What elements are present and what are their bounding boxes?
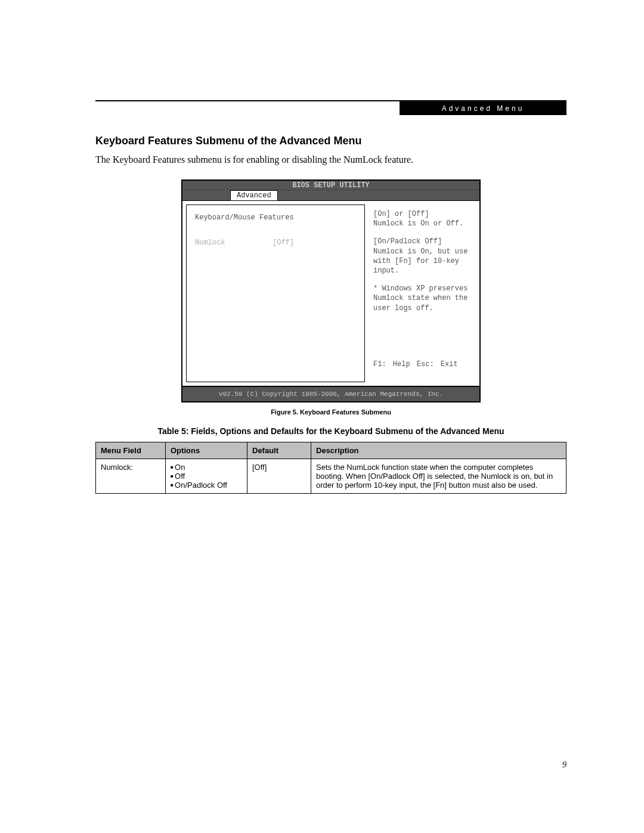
intro-text: The Keyboard Features submenu is for ena… [95,154,566,165]
page: Advanced Menu Keyboard Features Submenu … [0,0,644,833]
col-header-description: Description [311,442,566,459]
list-item: Off [171,472,242,481]
bios-copyright: v02.59 (C) Copyright 1985-2006, American… [182,386,479,401]
col-header-options: Options [166,442,247,459]
fields-table: Menu Field Options Default Description N… [95,442,566,494]
bios-setting-row: Numlock [Off] [195,239,356,247]
table-header-row: Menu Field Options Default Description [96,442,566,459]
page-number: 9 [562,760,566,770]
figure-caption: Figure 5. Keyboard Features Submenu [95,408,566,416]
bios-footer-keys: F1: Help Esc: Exit [373,360,471,369]
table-caption: Table 5: Fields, Options and Defaults fo… [95,426,566,436]
bios-tabs: Advanced [182,190,479,200]
section-heading: Keyboard Features Submenu of the Advance… [95,135,566,147]
cell-options: On Off On/Padlock Off [166,459,247,493]
bios-left-heading: Keyboard/Mouse Features [195,213,356,222]
content: Keyboard Features Submenu of the Advance… [95,101,566,494]
cell-menu: Numlock: [96,459,166,493]
bios-setting-value: [Off] [273,239,294,247]
bios-help-3: * Windows XP preserves Numlock state whe… [373,284,471,313]
header-badge: Advanced Menu [400,101,566,115]
table-row: Numlock: On Off On/Padlock Off [Off] Set… [96,459,566,493]
bios-screenshot: BIOS SETUP UTILITY Advanced Keyboard/Mou… [181,179,481,402]
bios-help-1: [On] or [Off] Numlock is On or Off. [373,209,471,228]
col-header-default: Default [247,442,311,459]
list-item: On/Padlock Off [171,481,242,490]
bios-help-2: [On/Padlock Off] Numlock is On, but use … [373,237,471,275]
bios-setting-name: Numlock [195,239,273,247]
bios-left-pane: Keyboard/Mouse Features Numlock [Off] [186,205,365,382]
list-item: On [171,463,242,472]
bios-help-pane: [On] or [Off] Numlock is On or Off. [On/… [365,201,479,386]
bios-tab-advanced: Advanced [230,190,278,200]
cell-description: Sets the NumLock function state when the… [311,459,566,493]
bios-title: BIOS SETUP UTILITY [182,181,479,190]
cell-default: [Off] [247,459,311,493]
col-header-menu: Menu Field [96,442,166,459]
